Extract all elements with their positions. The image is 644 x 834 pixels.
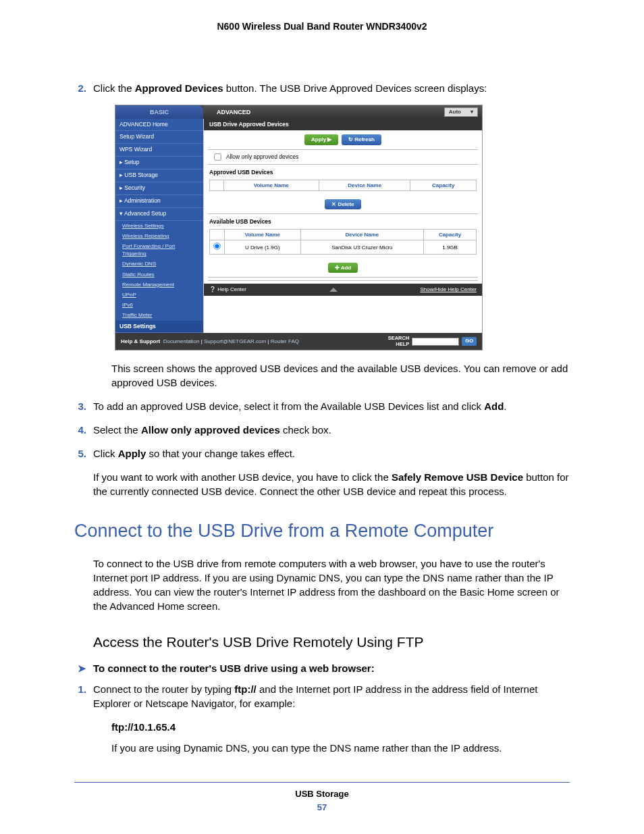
procedure-arrow-icon: ➤ [74,661,93,675]
step-3: 3. To add an approved USB device, select… [74,399,570,413]
available-devices-table: Volume Name Device Name Capacity U Drive… [209,229,477,255]
step-2: 2. Click the Approved Devices button. Th… [74,81,570,95]
step-text: check box. [280,424,331,436]
step-bold: Apply [118,448,146,459]
sidebar-sub-dynamic-dns[interactable]: Dynamic DNS [115,259,203,269]
col-volume: Volume Name [223,180,319,190]
table-row[interactable]: U Drive (1.9G) SanDisk U3 Cruzer Micro 1… [210,240,477,255]
router-screenshot: BASIC ADVANCED Auto▾ ADVANCED Home Setup… [115,105,483,350]
sidebar-sub-wireless-repeating[interactable]: Wireless Repeating [115,231,203,241]
refresh-button[interactable]: ↻ Refresh [342,134,381,145]
step-2-followup: This screen shows the approved USB devic… [111,361,570,390]
step-text: . [504,400,506,412]
col-volume: Volume Name [225,229,301,240]
doc-link[interactable]: Documentation [163,338,200,344]
apply-button[interactable]: Apply ▶ [304,134,338,145]
help-center-label[interactable]: ❔ Help Center [209,286,246,293]
faq-link[interactable]: Router FAQ [271,338,299,344]
col-device: Device Name [300,229,423,240]
section-heading-connect-usb: Connect to the USB Drive from a Remote C… [74,519,570,544]
after-steps-note: If you want to work with another USB dev… [93,470,570,498]
sidebar-item-advanced-setup[interactable]: ▾ Advanced Setup [115,208,203,221]
panel-title: USB Drive Approved Devices [204,119,482,131]
sidebar-sub-ipv6[interactable]: IPv6 [115,300,203,310]
help-support-label: Help & Support [121,338,160,344]
search-help-label: SEARCHHELP [388,336,410,347]
step-number: 1. [74,682,93,710]
sidebar-sub-upnp[interactable]: UPnP [115,290,203,300]
procedure-heading: ➤ To connect to the router's USB drive u… [74,661,570,675]
ftp-example: ftp://10.1.65.4 [111,720,570,734]
step-number: 2. [74,81,93,95]
main-panel: USB Drive Approved Devices Apply ▶ ↻ Ref… [203,119,482,334]
tab-basic[interactable]: BASIC [115,105,203,119]
step-bold: Approved Devices [135,82,223,94]
procedure-title: To connect to the router's USB drive usi… [93,661,570,675]
step-4: 4. Select the Allow only approved device… [74,423,570,437]
col-device: Device Name [319,180,410,190]
available-devices-label: Available USB Devices [204,214,482,228]
page-footer: USB Storage 57 [74,788,570,814]
step-number: 5. [74,446,93,461]
col-capacity: Capacity [424,229,477,240]
auto-dropdown[interactable]: Auto▾ [444,107,478,117]
step-number: 3. [74,399,93,413]
checkbox-label: Allow only approved devices [226,153,298,159]
procedure-step-1: 1. Connect to the router by typing ftp:/… [74,682,570,710]
go-button[interactable]: GO [462,337,477,346]
add-button[interactable]: ✚ Add [328,263,358,273]
sidebar-item-usb-storage[interactable]: ▸ USB Storage [115,170,203,182]
sidebar-sub-remote-management[interactable]: Remote Management [115,280,203,290]
sidebar-sub-port-forwarding[interactable]: Port Forwarding / Port Triggering [115,241,203,259]
section-intro-para: To connect to the USB drive from remote … [93,556,570,613]
step-bold: Add [484,400,504,412]
step-text: Select the [93,424,141,436]
step-number: 4. [74,423,93,437]
cell-device: SanDisk U3 Cruzer Micro [300,240,423,255]
delete-button[interactable]: ✕ Delete [325,199,360,209]
tab-advanced-label: ADVANCED [217,105,250,119]
step-text: button. The USB Drive Approved Devices s… [223,82,487,94]
step-text: so that your change takes effect. [146,448,295,459]
step-text: To add an approved USB device, select it… [93,400,484,412]
approved-devices-table: Volume Name Device Name Capacity [209,180,477,191]
step-bold: ftp:// [234,683,256,695]
step-text: Connect to the router by typing [93,683,234,695]
footer-page-number: 57 [74,802,570,814]
subsection-heading-ftp: Access the Router's USB Drive Remotely U… [93,632,570,652]
footer-section-title: USB Storage [74,788,570,800]
cell-volume: U Drive (1.9G) [225,240,301,255]
row-radio[interactable] [213,242,220,249]
manual-header: N600 Wireless Dual Band Router WNDR3400v… [74,20,570,34]
tab-advanced[interactable]: ADVANCED Auto▾ [203,105,482,119]
sidebar-sub-wireless-settings[interactable]: Wireless Settings [115,221,203,231]
step-text: Click the [93,82,135,94]
help-toggle-link[interactable]: Show/Hide Help Center [420,286,477,293]
col-capacity: Capacity [410,180,477,190]
dns-note: If you are using Dynamic DNS, you can ty… [111,741,570,755]
sidebar-item-administration[interactable]: ▸ Administration [115,195,203,208]
sidebar-sub-static-routes[interactable]: Static Routes [115,269,203,280]
sidebar-item-setup[interactable]: ▸ Setup [115,157,203,170]
step-text: Click [93,448,118,459]
cell-capacity: 1.9GB [424,240,477,255]
footer-rule [74,782,570,783]
sidebar-item-setup-wizard[interactable]: Setup Wizard [115,131,203,144]
support-link[interactable]: Support@NETGEAR.com [204,338,266,344]
expand-icon[interactable] [329,288,338,292]
allow-approved-checkbox[interactable] [214,153,221,160]
search-input[interactable] [412,338,459,346]
approved-devices-label: Approved USB Devices [204,165,482,178]
sidebar: ADVANCED Home Setup Wizard WPS Wizard ▸ … [115,119,203,334]
sidebar-sub-traffic-meter[interactable]: Traffic Meter [115,310,203,320]
sidebar-item-security[interactable]: ▸ Security [115,182,203,195]
screenshot-footer: Help & Support Documentation | Support@N… [115,333,482,350]
step-bold: Allow only approved devices [141,424,280,436]
step-5: 5. Click Apply so that your change takes… [74,446,570,461]
sidebar-item-wps-wizard[interactable]: WPS Wizard [115,144,203,157]
sidebar-sub-usb-settings[interactable]: USB Settings [115,321,203,334]
sidebar-item-home[interactable]: ADVANCED Home [115,119,203,132]
